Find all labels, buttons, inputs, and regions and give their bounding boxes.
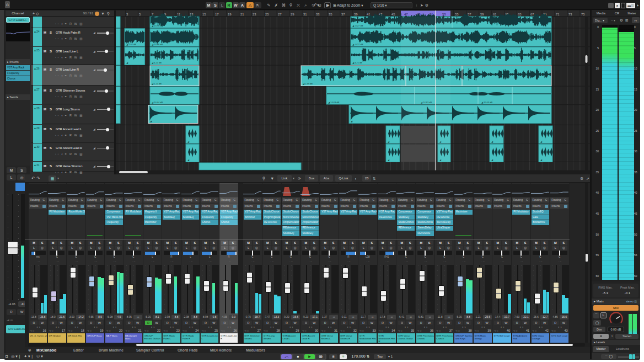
svg-text:27: 27 — [278, 13, 282, 16]
svg-text:◢ 13.96 dB: ◢ 13.96 dB — [152, 24, 163, 27]
svg-text:25: 25 — [265, 13, 269, 16]
svg-text:◢ 10.03 dB: ◢ 10.03 dB — [481, 101, 493, 104]
svg-text:◢ 2.39 dB: ◢ 2.39 dB — [303, 82, 313, 85]
svg-text:15: 15 — [202, 13, 206, 16]
svg-text:17: 17 — [215, 13, 219, 16]
svg-text:45: 45 — [391, 13, 395, 16]
svg-text:59: 59 — [480, 13, 484, 16]
svg-text:55: 55 — [455, 13, 459, 16]
svg-text:47: 47 — [404, 13, 408, 16]
svg-text:67: 67 — [530, 13, 534, 16]
svg-text:◢ 4.21 dB: ◢ 4.21 dB — [352, 61, 362, 64]
svg-text:37: 37 — [341, 13, 345, 16]
svg-text:19: 19 — [228, 13, 232, 16]
svg-text:65: 65 — [518, 13, 522, 16]
svg-text:35: 35 — [329, 13, 332, 16]
svg-text:33: 33 — [316, 13, 320, 16]
svg-text:39: 39 — [354, 13, 358, 16]
svg-text:31: 31 — [303, 13, 307, 16]
svg-text:57: 57 — [468, 13, 471, 16]
svg-text:◢ -0.27 dB: ◢ -0.27 dB — [352, 24, 363, 27]
svg-text:75: 75 — [581, 13, 585, 16]
svg-text:◢ 13.86 dB: ◢ 13.86 dB — [152, 43, 163, 46]
svg-text:◢ 10.44 dB: ◢ 10.44 dB — [152, 101, 163, 104]
svg-text:73: 73 — [568, 13, 572, 16]
svg-text:◢ 4.21 dB: ◢ 4.21 dB — [152, 61, 162, 64]
svg-text:21: 21 — [240, 13, 244, 16]
svg-text:61: 61 — [493, 13, 497, 16]
svg-text:◢ 14.63 dB: ◢ 14.63 dB — [328, 101, 340, 104]
svg-text:◢ -0.27 dB: ◢ -0.27 dB — [352, 43, 363, 46]
svg-text:◢ 7.97 dB: ◢ 7.97 dB — [126, 43, 136, 46]
svg-text:◢ 1.21 dB: ◢ 1.21 dB — [152, 82, 162, 85]
svg-text:29: 29 — [291, 13, 294, 16]
svg-text:23: 23 — [253, 13, 256, 16]
svg-text:71: 71 — [556, 13, 560, 16]
svg-text:53: 53 — [442, 13, 446, 16]
